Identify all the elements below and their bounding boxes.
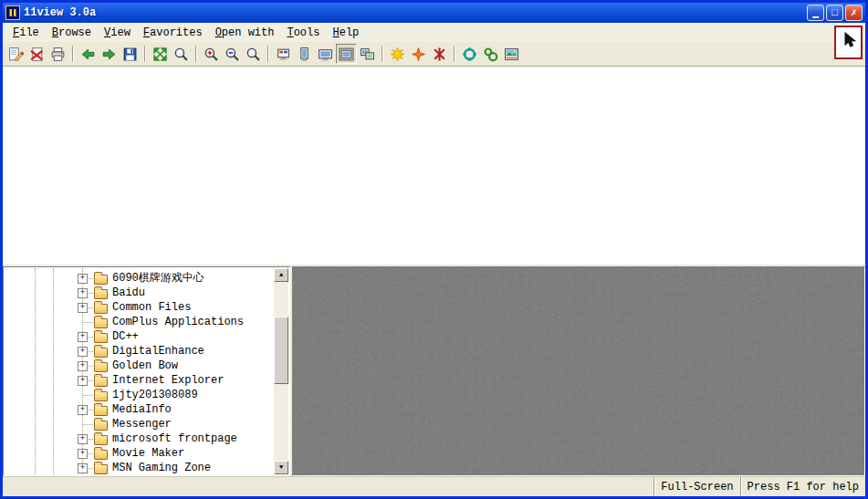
folder-name[interactable]: Golden Bow [112,359,178,373]
toolbar-separator [454,46,455,62]
menu-item[interactable]: View [98,25,137,41]
tree-item[interactable]: + Baidu [5,286,274,300]
zoom-in-button[interactable] [201,44,222,64]
folder-icon [94,289,108,299]
fit-window-button[interactable] [150,44,171,64]
folder-icon [94,464,108,474]
tree-item[interactable]: + Golden Bow [5,359,274,373]
display-properties-button[interactable] [273,44,294,64]
display-framed-button[interactable] [336,44,357,64]
tree-item[interactable]: 1jty201308089 [5,388,274,402]
expand-toggle-icon[interactable]: + [78,288,88,298]
folder-name[interactable]: ComPlus Applications [112,315,244,329]
tree-item[interactable]: + DigitalEnhance [5,344,274,359]
monitor-portrait-icon [297,47,312,62]
pointer-tool-button[interactable] [834,26,863,59]
settings-button[interactable] [459,44,480,64]
remove-effect-button[interactable] [429,44,450,64]
expand-toggle-icon[interactable]: + [78,449,88,459]
print-icon [50,47,66,62]
display-dual-button[interactable] [357,44,378,64]
folder-icon [94,304,108,314]
menu-item[interactable]: Favorites [137,25,209,41]
folder-name[interactable]: MediaInfo [112,402,172,417]
maximize-button[interactable]: □ [826,5,843,21]
folder-tree: + 6090棋牌游戏中心 + Baidu + Common Files [5,268,274,474]
expand-toggle-icon[interactable]: + [78,332,88,342]
folder-name[interactable]: DigitalEnhance [112,344,204,359]
print-button[interactable] [47,44,68,64]
thumbnail-panel[interactable] [292,266,865,476]
folder-name[interactable]: Movie Maker [112,446,184,461]
zoom-actual-button[interactable] [171,44,192,64]
folder-name[interactable]: Internet Explorer [112,373,224,388]
tree-item[interactable]: ComPlus Applications [5,315,274,329]
folder-name[interactable]: 6090棋牌游戏中心 [112,271,204,286]
tree-item[interactable]: + DC++ [5,329,274,344]
expand-toggle-icon[interactable]: + [78,361,88,371]
folder-icon [94,318,108,328]
expand-toggle-icon[interactable]: + [78,347,88,357]
zoom-out-button[interactable] [222,44,243,64]
folder-name[interactable]: Common Files [112,300,191,315]
scroll-up-icon[interactable]: ▲ [274,268,288,282]
tree-scrollbar[interactable]: ▲ ▼ [274,268,288,474]
menu-item[interactable]: Open with [209,25,281,41]
scrollbar-thumb[interactable] [274,317,288,384]
close-button[interactable]: ✗ [845,5,863,21]
menu-item[interactable]: Browse [46,25,98,41]
delete-icon [29,47,45,62]
folder-icon [94,348,108,358]
sun-icon [390,47,405,62]
tree-item[interactable]: + Internet Explorer [5,373,274,388]
zoom-custom-button[interactable] [243,44,264,64]
toolbar-separator [382,46,383,62]
folder-name[interactable]: DC++ [112,329,139,344]
expand-toggle-icon[interactable]: + [78,463,88,473]
monitor-wide-icon [318,47,333,62]
status-panel-help: Press F1 for help [740,477,865,496]
batch-button[interactable] [480,44,501,64]
save-button[interactable] [120,44,141,64]
display-wide-button[interactable] [315,44,336,64]
wallpaper-button[interactable] [501,44,522,64]
folder-name[interactable]: MSN Gaming Zone [112,461,211,474]
tree-item[interactable]: + MSN Gaming Zone [5,461,274,474]
image-viewer-area[interactable] [3,67,865,265]
tree-item[interactable]: + Movie Maker [5,446,274,461]
tree-item[interactable]: + microsoft frontpage [5,431,274,446]
tree-item[interactable]: + Common Files [5,300,274,315]
delete-button[interactable] [26,44,47,64]
expand-toggle-icon[interactable]: + [78,434,88,444]
expand-toggle-icon[interactable]: + [78,303,88,313]
enhance-button[interactable] [408,44,429,64]
back-arrow-icon [80,47,96,62]
menu-item[interactable]: File [6,25,46,41]
red-cross-star-icon [432,47,447,62]
back-button[interactable] [78,44,99,64]
forward-button[interactable] [99,44,120,64]
magnifier-icon [173,47,189,62]
folder-name[interactable]: 1jty201308089 [112,388,198,402]
folder-name[interactable]: microsoft frontpage [112,431,237,446]
expand-toggle-icon[interactable]: + [78,274,88,284]
status-panel-fullscreen: Full-Screen [654,477,739,496]
tree-item[interactable]: Messenger [5,417,274,431]
folder-icon [94,406,108,416]
expand-toggle-icon[interactable]: + [78,376,88,386]
minimize-button[interactable]: ▁ [807,5,824,21]
edit-button[interactable] [5,44,26,64]
folder-name[interactable]: Baidu [112,286,145,300]
display-portrait-button[interactable] [294,44,315,64]
menu-item[interactable]: Tools [280,25,326,41]
expand-toggle-icon[interactable]: + [78,405,88,415]
tree-item[interactable]: + MediaInfo [5,402,274,417]
folder-name[interactable]: Messenger [112,417,172,431]
folder-icon [94,377,108,387]
brightness-button[interactable] [387,44,408,64]
edit-icon [8,47,24,62]
image-icon [504,47,519,62]
scroll-down-icon[interactable]: ▼ [274,461,288,474]
menu-item[interactable]: Help [326,25,365,41]
tree-item[interactable]: + 6090棋牌游戏中心 [5,271,274,286]
